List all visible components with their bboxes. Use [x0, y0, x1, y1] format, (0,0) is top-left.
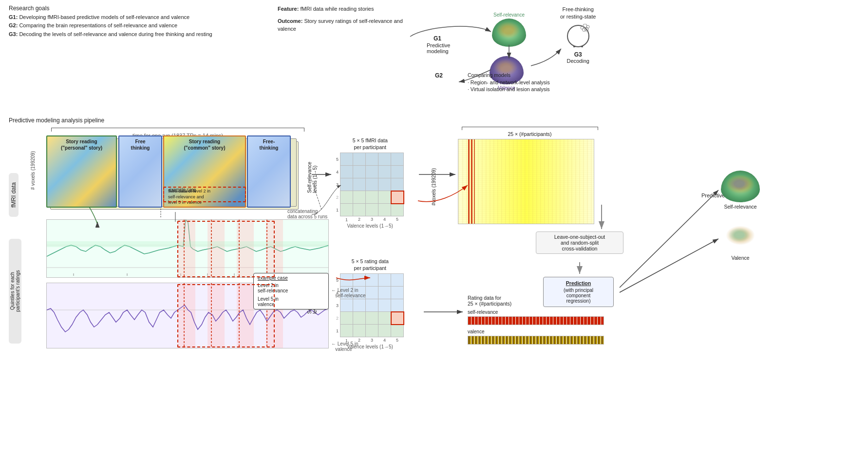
g2-label-diagram: G2 [435, 72, 443, 79]
goal-g1-text: Developing fMRI-based predictive models … [19, 14, 189, 20]
fmri-grid-table: 5 4 3 [336, 153, 404, 222]
g1-label-diagram: G1 [434, 35, 441, 42]
goal-g3-label: G3: [9, 31, 18, 37]
ratings-5x5-section: 5 × 5 rating dataper participant Self-re… [336, 258, 404, 349]
panel-story-personal: Story reading ("personal" story) [46, 135, 117, 208]
goal-g3-text: Decoding the levels of self-relevance an… [19, 31, 212, 37]
sr-rating-bar [468, 316, 604, 325]
goal-g2-label: G2: [9, 22, 18, 28]
pipeline-title: Predictive modeling analysis pipeline [9, 117, 104, 124]
cm-item1: · Region- and network-level analysis [468, 79, 550, 85]
voxels-large-label: #voxels (199209) [431, 168, 436, 206]
g3-label-text: G3 [560, 51, 596, 58]
research-goals-section: Research goals G1: Developing fMRI-based… [9, 5, 243, 39]
comparing-models-section: Comparing models · Region- and network-l… [468, 72, 550, 92]
stacked-panels: Story reading ("personal" story) Free th… [46, 135, 309, 211]
outcome-line: Outcome: Story survey ratings of self-re… [278, 17, 404, 33]
svg-point-33 [582, 28, 585, 31]
research-goals-title: Research goals [9, 5, 243, 12]
fmri-5x5-section: 5 × 5 fMRI dataper participant Self-rele… [336, 137, 404, 229]
sr-levels-label-top: Self-relevancelevels (1→5) [307, 162, 318, 193]
goal-g2: G2: Comparing the brain representations … [9, 22, 243, 29]
goal-g1: G1: Developing fMRI-based predictive mod… [9, 14, 243, 21]
prediction-details: (with principalcomponentregression) [547, 288, 609, 304]
cm-item2: · Virtual isolation and lesion analysis [468, 86, 550, 92]
panel2-label: Free thinking [119, 136, 161, 151]
fmri-label: fMRI data [9, 173, 19, 217]
ratings-grid-table: 5 4 3 [336, 273, 404, 343]
loocv-box: Leave-one-subject-outand random-splitcro… [536, 231, 623, 254]
panel3-label: Story reading ("common" story) [164, 136, 245, 151]
sr-brain-label: Self-relevance [721, 204, 760, 210]
head-icon [564, 24, 593, 48]
large-matrix [458, 139, 594, 224]
g1-predictive-label: Predictivemodeling [427, 42, 450, 54]
prediction-box: Prediction (with principalcomponentregre… [543, 277, 614, 307]
panel-free-thinking2: Free- thinking [247, 135, 291, 208]
concat-label: concatenatingdata across 5 runs [287, 209, 327, 219]
top-sr-label: Self-relevance [492, 12, 526, 18]
svg-line-43 [620, 239, 718, 292]
valence-bar-label: valence [468, 329, 604, 334]
level5-arrow-label: ← Level 5 in valence [331, 341, 359, 352]
self-relevance-brain: Self-relevance [721, 171, 760, 210]
valence-rating-bar [468, 336, 604, 345]
g3-section: Free-thinkingor resting-state G3 Decodin… [560, 6, 596, 64]
prediction-label: Prediction [547, 280, 609, 286]
outcome-label: Outcome: [278, 18, 302, 24]
sr-bar-label: self-relevance [468, 309, 604, 315]
level2-arrow-label: ← Level 2 in self-relevance [331, 288, 366, 298]
goal-g1-label: G1: [9, 14, 18, 20]
participants-bracket-label: 25 × (#participants) [458, 127, 602, 137]
sr-waveform: 1 0.5 0 self-relevanceratings [46, 219, 329, 278]
valence-brain: Valence [721, 222, 760, 261]
fmri-per-participant-label: 5 × 5 fMRI dataper participant [336, 137, 404, 151]
panel4-label: Free- thinking [248, 136, 290, 151]
voxels-label: # voxels (199209) [30, 151, 36, 190]
panel1-label: Story reading ("personal" story) [47, 136, 116, 151]
goal-g3: G3: Decoding the levels of self-relevanc… [9, 31, 243, 38]
feature-line: Feature: fMRI data while reading stories [278, 5, 404, 13]
g3-free-thinking-label: Free-thinkingor resting-state [560, 6, 596, 21]
valence-levels-label-top: Valence levels (1→5) [336, 223, 404, 229]
svg-line-42 [620, 190, 718, 288]
rating-per-participant-label: 5 × 5 rating dataper participant [336, 258, 404, 271]
feature-box: Feature: fMRI data while reading stories… [278, 5, 404, 33]
quintiles-label: Quintiles for eachparticipant's ratings [9, 239, 21, 344]
red-dashed-bracket [163, 187, 246, 202]
comparing-models-title: Comparing models [468, 72, 550, 78]
feature-outcome-section: Feature: fMRI data while reading stories… [278, 5, 404, 33]
feature-text: fMRI data while reading stories [300, 6, 374, 12]
large-matrix-body: #voxels (199209) [458, 139, 602, 224]
valence-brain-label: Valence [721, 255, 760, 261]
goal-g2-text: Comparing the brain representations of s… [19, 22, 177, 28]
feature-label: Feature: [278, 6, 299, 12]
top-sr-brain: Self-relevance [492, 12, 526, 47]
panel-free-thinking: Free thinking [118, 135, 162, 208]
svg-point-26 [567, 25, 589, 47]
g3-decoding-label: Decoding [560, 58, 596, 64]
page-container: { "research_goals": { "title": "Research… [0, 0, 868, 462]
large-matrix-section: 25 × (#participants) #voxels (199209) [458, 127, 602, 224]
voxels-label-text: # voxels (199209) [30, 151, 36, 190]
